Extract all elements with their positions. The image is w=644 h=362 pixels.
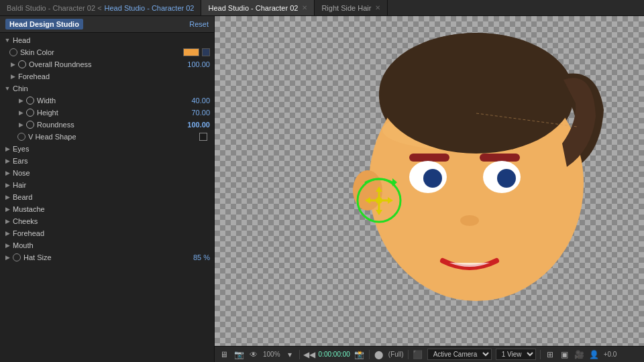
plus-value: +0.0	[604, 351, 617, 358]
eyes-label: Eyes	[13, 145, 210, 153]
tree-item-mouth[interactable]: Mouth	[0, 239, 214, 251]
camera2-icon[interactable]: 📸	[354, 349, 365, 360]
tree-item-forehead[interactable]: Forehead	[0, 70, 214, 82]
tree-item-forehead2[interactable]: Forehead	[0, 227, 214, 239]
tree-item-chin[interactable]: Chin	[0, 82, 214, 95]
tree-item-height[interactable]: Height 70.00	[0, 107, 214, 119]
rgb-icon[interactable]: ⬛	[413, 349, 423, 360]
chevron-hat-icon	[4, 254, 11, 261]
tree-item-v-head-shape[interactable]: V Head Shape	[0, 131, 214, 143]
panel-title: Head Design Studio	[5, 19, 83, 29]
v-head-checkbox[interactable]	[199, 133, 207, 141]
svg-point-9	[423, 169, 442, 188]
skin-color-swatch[interactable]	[183, 48, 199, 56]
view-icon[interactable]: 👁	[248, 349, 259, 360]
dot-icon[interactable]: ⬤	[374, 349, 384, 360]
chevron-mouth-icon	[4, 242, 11, 249]
camera3-icon[interactable]: 🎥	[574, 349, 585, 360]
chevron-chin-icon	[4, 85, 11, 92]
zoom-display[interactable]: 100%	[263, 351, 280, 358]
forehead2-label: Forehead	[13, 229, 210, 237]
tree-item-head[interactable]: Head	[0, 34, 214, 46]
hair-label: Hair	[13, 181, 210, 189]
person-icon[interactable]: 👤	[589, 349, 600, 360]
chevron-hair-icon	[4, 182, 11, 188]
width-label: Width	[37, 97, 183, 105]
tab-bar: Baldi Studio - Character 02 < Head Studi…	[0, 0, 644, 16]
tree-item-cheeks[interactable]: Cheeks	[0, 215, 214, 227]
tab-right-side-hair[interactable]: Right Side Hair ✕	[315, 0, 388, 15]
skin-color-label: Skin Color	[20, 48, 183, 56]
camera-icon[interactable]: 📷	[233, 349, 244, 360]
main-area: Head Design Studio Reset Head Skin Color…	[0, 16, 644, 362]
chevron-nose-icon	[4, 170, 11, 176]
tree-item-hat-size[interactable]: Hat Size 85 %	[0, 251, 214, 263]
tree-item-roundness[interactable]: Roundness 100.00	[0, 119, 214, 131]
left-panel: Head Design Studio Reset Head Skin Color…	[0, 16, 215, 362]
zoom-menu-icon[interactable]: ▾	[284, 349, 295, 360]
tree-item-ears[interactable]: Ears	[0, 155, 214, 167]
toolbar-sep-3	[408, 350, 409, 359]
tab-close-icon[interactable]: ✕	[302, 4, 307, 11]
tree-item-nose[interactable]: Nose	[0, 167, 214, 179]
tree-item-hair[interactable]: Hair	[0, 179, 214, 191]
character-svg	[248, 23, 644, 346]
chevron-eyes-icon	[4, 145, 11, 152]
hat-size-value[interactable]: 85 %	[183, 253, 210, 261]
chin-roundness-label: Roundness	[37, 121, 183, 129]
v-head-icon	[17, 133, 25, 141]
rewind-icon[interactable]: ◀◀	[304, 349, 315, 360]
roundness-value[interactable]: 100.00	[183, 60, 210, 68]
svg-point-4	[379, 33, 574, 154]
cheeks-label: Cheeks	[13, 217, 210, 225]
tree-item-width[interactable]: Width 40.00	[0, 95, 214, 107]
grid-icon[interactable]: ⊞	[545, 349, 555, 360]
tab-label-prefix: Baldi Studio - Character 02 <	[7, 4, 102, 12]
tree-item-overall-roundness[interactable]: ▶ Overall Roundness 100.00	[0, 58, 214, 70]
toolbar-sep-2	[369, 350, 370, 359]
tree-item-skin-color[interactable]: Skin Color	[0, 46, 214, 58]
tab-head-studio[interactable]: Head Studio - Character 02 ✕	[201, 0, 315, 15]
chevron-cheeks-icon	[4, 218, 11, 225]
chevron-roundness-icon: ▶	[9, 61, 16, 68]
head-label: Head	[13, 36, 210, 44]
skin-color-dark-swatch[interactable]	[202, 48, 210, 56]
nose-label: Nose	[13, 169, 210, 177]
tree-item-eyes[interactable]: Eyes	[0, 143, 214, 155]
chevron-mustache-icon	[4, 206, 11, 213]
view-select[interactable]: 1 View	[496, 349, 536, 360]
svg-point-20	[460, 215, 479, 226]
hat-size-label: Hat Size	[23, 253, 183, 261]
tab-close-hair-icon[interactable]: ✕	[375, 4, 380, 11]
timecode-display: 0:00:00:00	[319, 351, 350, 358]
hat-size-icon	[13, 253, 21, 261]
canvas-viewport[interactable]	[215, 16, 644, 346]
chevron-ears-icon	[4, 158, 11, 164]
chevron-height-icon	[17, 109, 24, 116]
toolbar-sep-1	[299, 350, 300, 359]
tab-baldi-studio[interactable]: Baldi Studio - Character 02 < Head Studi…	[0, 0, 201, 15]
tree-item-mustache[interactable]: Mustache	[0, 203, 214, 215]
camera-select[interactable]: Active Camera	[427, 349, 492, 360]
height-value[interactable]: 70.00	[183, 109, 210, 117]
chevron-forehead-icon	[9, 73, 16, 80]
skin-color-icon	[9, 48, 17, 56]
height-link-icon	[26, 109, 34, 117]
ears-label: Ears	[13, 157, 210, 165]
tree-item-beard[interactable]: Beard	[0, 191, 214, 203]
mustache-label: Mustache	[13, 205, 210, 213]
toolbar-sep-4	[540, 350, 541, 359]
beard-label: Beard	[13, 193, 210, 201]
forehead-label: Forehead	[18, 72, 210, 80]
bottom-toolbar: 🖥 📷 👁 100% ▾ ◀◀ 0:00:00:00 📸 ⬤ (Full) ⬛ …	[215, 346, 644, 362]
chin-roundness-value[interactable]: 100.00	[183, 121, 210, 129]
frame-icon[interactable]: ▣	[559, 349, 570, 360]
panel-header: Head Design Studio Reset	[0, 16, 214, 33]
chevron-forehead2-icon	[4, 230, 11, 237]
reset-button[interactable]: Reset	[189, 20, 209, 28]
width-value[interactable]: 40.00	[183, 97, 210, 105]
full-label: (Full)	[388, 351, 404, 358]
canvas-area: 🖥 📷 👁 100% ▾ ◀◀ 0:00:00:00 📸 ⬤ (Full) ⬛ …	[215, 16, 644, 362]
v-head-label: V Head Shape	[28, 133, 199, 141]
monitor-icon[interactable]: 🖥	[219, 349, 229, 360]
